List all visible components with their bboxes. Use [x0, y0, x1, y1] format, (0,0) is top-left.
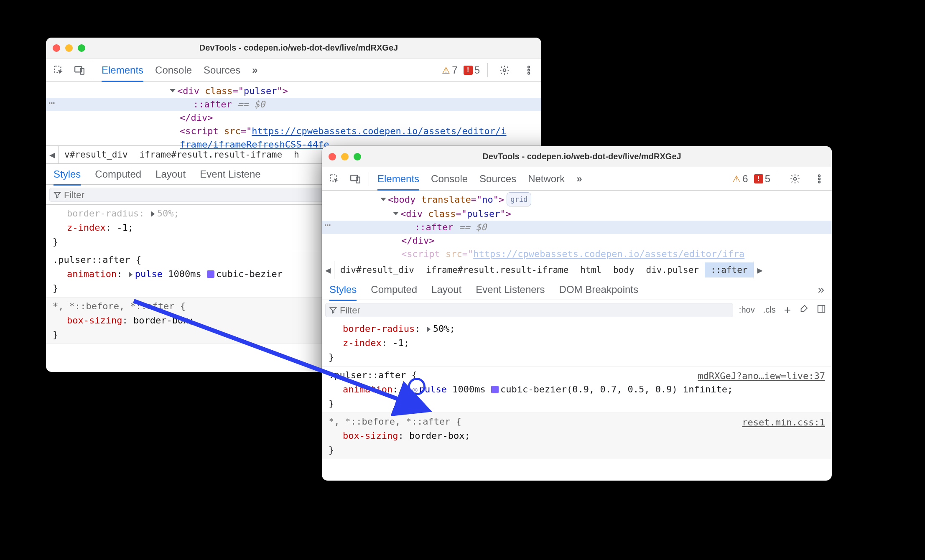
grid-badge[interactable]: grid — [507, 192, 531, 206]
more-tabs-icon[interactable]: » — [252, 59, 257, 81]
breadcrumb-item[interactable]: body — [607, 262, 640, 277]
tab-console[interactable]: Console — [431, 167, 468, 190]
dom-node[interactable]: </div> — [322, 234, 832, 247]
tab-console[interactable]: Console — [155, 59, 192, 81]
errors-badge[interactable]: !5 — [754, 173, 770, 185]
zoom-window-button[interactable] — [78, 44, 85, 52]
expand-shorthand-icon[interactable] — [404, 384, 411, 395]
minimize-window-button[interactable] — [341, 153, 349, 160]
device-toolbar-icon[interactable] — [346, 170, 364, 188]
gear-icon[interactable] — [786, 170, 804, 188]
errors-badge[interactable]: !5 — [464, 64, 480, 76]
tab-elements[interactable]: Elements — [102, 59, 143, 81]
tab-network[interactable]: Network — [528, 167, 565, 190]
titlebar: DevTools - codepen.io/web-dot-dev/live/m… — [322, 146, 832, 167]
expand-toggle-icon[interactable] — [380, 194, 388, 205]
filter-placeholder: Filter — [340, 305, 360, 316]
bezier-swatch-icon[interactable] — [207, 270, 214, 278]
error-icon: ! — [464, 66, 473, 75]
gear-icon[interactable] — [495, 61, 514, 79]
panel-tabs: Elements Console Sources Network » — [377, 167, 582, 190]
svg-point-10 — [794, 177, 797, 180]
funnel-icon — [329, 306, 337, 317]
minimize-window-button[interactable] — [65, 44, 73, 52]
subtab-computed[interactable]: Computed — [95, 168, 141, 180]
subtab-event-listeners[interactable]: Event Listene — [200, 168, 260, 180]
style-rule[interactable]: mdRXGeJ?ano…iew=live:37 .pulser::after {… — [322, 367, 832, 413]
paintbrush-icon[interactable] — [797, 304, 811, 316]
computed-sidebar-icon[interactable] — [814, 304, 828, 316]
more-tabs-icon[interactable]: » — [576, 167, 582, 190]
funnel-icon — [53, 191, 61, 201]
breadcrumb-item[interactable]: html — [574, 262, 607, 277]
svg-point-5 — [528, 69, 530, 71]
dom-node[interactable]: <div class="pulser"> — [46, 84, 541, 98]
more-subtabs-icon[interactable]: » — [818, 283, 824, 296]
dom-node[interactable]: <div class="pulser"> — [322, 207, 832, 221]
warning-icon — [442, 64, 450, 76]
window-traffic-lights — [329, 153, 361, 160]
warnings-badge[interactable]: 6 — [732, 173, 748, 185]
elements-panel[interactable]: <div class="pulser"> ⋯ ::after == $0 </d… — [46, 82, 541, 145]
expand-toggle-icon[interactable] — [170, 86, 177, 96]
devtools-toolbar: Elements Console Sources » 7 !5 — [46, 59, 541, 82]
close-window-button[interactable] — [329, 153, 336, 160]
tab-sources[interactable]: Sources — [204, 59, 240, 81]
styles-pane[interactable]: border-radius: 50%; z-index: -1; } mdRXG… — [322, 320, 832, 459]
subtab-event-listeners[interactable]: Event Listeners — [476, 284, 545, 295]
subtab-styles[interactable]: Styles — [54, 168, 81, 180]
device-toolbar-icon[interactable] — [70, 61, 89, 79]
svg-point-4 — [528, 66, 530, 68]
filter-input[interactable]: Filter — [325, 303, 733, 317]
breadcrumb-item[interactable]: ::after — [705, 262, 754, 277]
new-style-rule-icon[interactable]: + — [782, 303, 793, 317]
elements-panel[interactable]: <body translate="no">grid <div class="pu… — [322, 191, 832, 261]
tab-elements[interactable]: Elements — [377, 167, 419, 190]
panel-tabs: Elements Console Sources » — [102, 59, 258, 81]
subtab-layout[interactable]: Layout — [431, 284, 461, 295]
expand-shorthand-icon[interactable] — [128, 269, 135, 279]
subtab-styles[interactable]: Styles — [329, 284, 357, 295]
bezier-swatch-icon[interactable] — [491, 386, 499, 393]
dom-node[interactable]: <body translate="no">grid — [322, 193, 832, 207]
ellipsis-icon: ⋯ — [48, 96, 56, 109]
kebab-menu-icon[interactable] — [520, 61, 538, 79]
zoom-window-button[interactable] — [354, 153, 361, 160]
subtab-dom-breakpoints[interactable]: DOM Breakpoints — [559, 284, 638, 295]
style-rule-fragment[interactable]: border-radius: 50%; z-index: -1; } — [322, 320, 832, 367]
breadcrumb-item[interactable]: div#result_div — [334, 262, 420, 277]
breadcrumb-scroll-left[interactable]: ◀ — [322, 261, 334, 279]
filter-placeholder: Filter — [64, 190, 84, 200]
warnings-badge[interactable]: 7 — [442, 64, 457, 76]
expand-toggle-icon[interactable] — [393, 209, 400, 219]
dom-node[interactable]: <script src="https://cpwebassets.codepen… — [46, 125, 541, 138]
styles-filter-bar: Filter :hov .cls + — [322, 300, 832, 320]
window-traffic-lights — [53, 44, 85, 52]
rule-source-link[interactable]: reset.min.css:1 — [742, 415, 825, 430]
kebab-menu-icon[interactable] — [810, 170, 828, 188]
devtools-toolbar: Elements Console Sources Network » 6 !5 — [322, 167, 832, 191]
cls-toggle[interactable]: .cls — [761, 305, 778, 315]
devtools-window-front: DevTools - codepen.io/web-dot-dev/live/m… — [322, 146, 832, 481]
close-window-button[interactable] — [53, 44, 60, 52]
rule-source-link[interactable]: mdRXGeJ?ano…iew=live:37 — [698, 369, 825, 383]
subtab-computed[interactable]: Computed — [371, 284, 417, 295]
tab-sources[interactable]: Sources — [479, 167, 516, 190]
dom-node-selected[interactable]: ⋯ ::after == $0 — [46, 98, 541, 111]
breadcrumb-item[interactable]: iframe#result.result-iframe — [420, 262, 574, 277]
styles-subtabs: Styles Computed Layout Event Listeners D… — [322, 279, 832, 300]
dom-node[interactable]: </div> — [46, 111, 541, 125]
animation-swatch[interactable]: ◎ — [413, 382, 418, 397]
expand-shorthand-icon[interactable] — [426, 323, 433, 334]
style-rule[interactable]: reset.min.css:1 *, *::before, *::after {… — [322, 413, 832, 459]
breadcrumb-scroll-right[interactable]: ▶ — [754, 261, 766, 279]
hov-toggle[interactable]: :hov — [736, 305, 757, 315]
dom-node-selected[interactable]: ⋯ ::after == $0 — [322, 221, 832, 234]
inspect-element-icon[interactable] — [325, 170, 344, 188]
dom-node[interactable]: <script src="https://cpwebassets.codepen… — [322, 247, 832, 261]
subtab-layout[interactable]: Layout — [155, 168, 186, 180]
animation-icon: ◎ — [413, 382, 418, 397]
breadcrumb-item[interactable]: div.pulser — [640, 262, 705, 277]
inspect-element-icon[interactable] — [49, 61, 68, 79]
window-title: DevTools - codepen.io/web-dot-dev/live/m… — [367, 152, 797, 161]
